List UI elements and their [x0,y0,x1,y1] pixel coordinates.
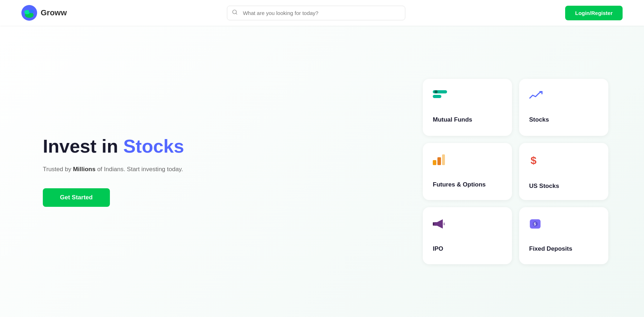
mutual-funds-icon [433,90,502,102]
svg-point-8 [435,90,438,93]
search-bar [227,6,405,20]
hero-title-highlight: Stocks [123,136,184,157]
hero-subtitle-bold: Millions [73,166,95,173]
hero-section: Invest in Stocks Trusted by Millions of … [43,136,257,207]
card-futures-options[interactable]: Futures & Options [423,143,512,200]
svg-text:$: $ [534,222,536,226]
hero-subtitle: Trusted by Millions of Indians. Start in… [43,164,257,174]
stocks-icon [529,90,598,102]
logo-text: Groww [41,8,67,17]
get-started-button[interactable]: Get Started [43,188,110,207]
futures-options-icon [433,154,502,167]
search-input[interactable] [227,6,405,20]
card-stocks[interactable]: Stocks [519,79,608,136]
us-stocks-label: US Stocks [529,183,598,190]
hero-subtitle-suffix: of Indians. Start investing today. [96,166,183,173]
svg-rect-7 [433,95,441,98]
card-us-stocks[interactable]: $ US Stocks [519,143,608,200]
svg-rect-16 [443,224,445,225]
card-mutual-funds[interactable]: Mutual Funds [423,79,512,136]
groww-logo-icon [21,5,37,21]
svg-rect-14 [433,222,434,226]
stocks-label: Stocks [529,116,598,123]
hero-subtitle-prefix: Trusted by [43,166,73,173]
svg-text:$: $ [531,154,537,166]
svg-point-3 [29,10,34,13]
svg-rect-10 [437,157,441,165]
investment-cards-grid: Mutual Funds Stocks Futures & Options [423,79,623,264]
ipo-label: IPO [433,245,502,252]
search-icon [232,9,238,16]
svg-rect-15 [443,223,445,224]
main-content: Invest in Stocks Trusted by Millions of … [0,26,644,317]
fixed-deposits-icon: $ [529,219,598,231]
card-ipo[interactable]: IPO [423,207,512,264]
svg-rect-11 [442,154,445,165]
ipo-icon [433,219,502,231]
hero-title: Invest in Stocks [43,136,257,157]
svg-rect-9 [433,160,436,165]
mutual-funds-label: Mutual Funds [433,116,502,123]
logo[interactable]: Groww [21,5,67,21]
login-register-button[interactable]: Login/Register [565,6,623,20]
fixed-deposits-label: Fixed Deposits [529,245,598,252]
futures-options-label: Futures & Options [433,181,502,188]
svg-line-5 [236,13,237,14]
card-fixed-deposits[interactable]: $ Fixed Deposits [519,207,608,264]
us-stocks-icon: $ [529,154,598,168]
hero-title-prefix: Invest in [43,136,123,157]
header: Groww Login/Register [0,0,644,26]
svg-marker-13 [434,219,443,229]
